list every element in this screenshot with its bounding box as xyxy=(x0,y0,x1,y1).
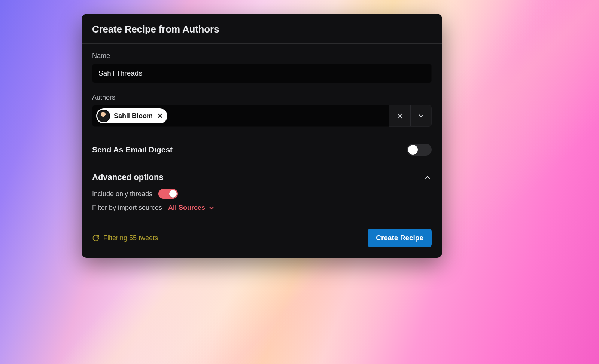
open-dropdown-button[interactable] xyxy=(410,105,431,126)
modal-footer: Filtering 55 tweets Create Recipe xyxy=(82,220,442,258)
modal-title: Create Recipe from Authors xyxy=(92,24,432,35)
author-avatar xyxy=(97,110,110,122)
filter-sources-row: Filter by import sources All Sources xyxy=(92,204,432,212)
author-chip-label: Sahil Bloom xyxy=(114,112,153,120)
create-recipe-modal: Create Recipe from Authors Name Authors … xyxy=(82,14,442,258)
authors-select[interactable]: Sahil Bloom ✕ xyxy=(92,105,432,127)
toggle-knob xyxy=(408,145,418,155)
authors-select-input[interactable]: Sahil Bloom ✕ xyxy=(92,105,389,127)
filter-sources-label: Filter by import sources xyxy=(92,204,162,212)
toggle-knob xyxy=(169,190,177,198)
include-threads-row: Include only threads xyxy=(92,189,432,199)
name-section: Name xyxy=(82,44,442,91)
authors-label: Authors xyxy=(92,94,432,101)
advanced-title: Advanced options xyxy=(92,172,164,182)
advanced-header[interactable]: Advanced options xyxy=(92,172,432,182)
chip-remove-icon[interactable]: ✕ xyxy=(156,113,164,119)
include-threads-label: Include only threads xyxy=(92,190,152,198)
filter-sources-dropdown[interactable]: All Sources xyxy=(168,204,215,212)
filter-status: Filtering 55 tweets xyxy=(92,234,158,242)
create-recipe-button[interactable]: Create Recipe xyxy=(368,229,432,247)
filter-sources-value: All Sources xyxy=(168,204,205,212)
authors-section: Authors Sahil Bloom ✕ xyxy=(82,91,442,135)
author-chip: Sahil Bloom ✕ xyxy=(96,108,167,123)
modal-header: Create Recipe from Authors xyxy=(82,14,442,44)
email-digest-label: Send As Email Digest xyxy=(92,145,173,154)
email-digest-toggle[interactable] xyxy=(407,144,432,156)
chevron-up-icon xyxy=(423,173,432,181)
advanced-section: Advanced options Include only threads Fi… xyxy=(82,164,442,220)
chevron-down-icon xyxy=(208,205,215,211)
name-label: Name xyxy=(92,52,432,60)
chevron-down-icon xyxy=(417,112,425,120)
include-threads-toggle[interactable] xyxy=(158,189,178,199)
close-icon xyxy=(396,113,403,119)
name-input[interactable] xyxy=(92,64,432,83)
refresh-icon xyxy=(92,234,100,242)
filter-status-text: Filtering 55 tweets xyxy=(103,234,158,242)
clear-all-button[interactable] xyxy=(389,105,410,126)
email-digest-section: Send As Email Digest xyxy=(82,135,442,164)
authors-select-actions xyxy=(389,105,432,127)
